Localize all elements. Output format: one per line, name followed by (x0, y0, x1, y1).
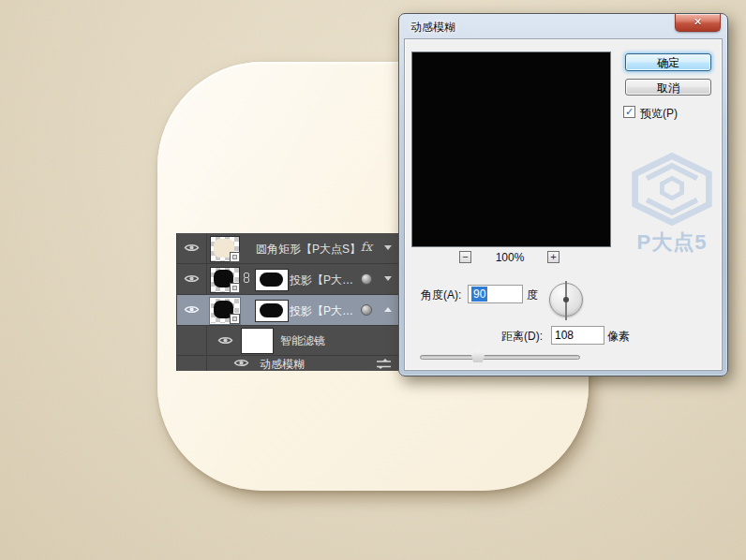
filter-blending-options-icon[interactable] (377, 359, 391, 369)
chevron-down-icon[interactable] (384, 245, 392, 250)
preview-checkbox[interactable]: ✓ (623, 106, 635, 118)
layer-row-rounded-rect[interactable]: 圆角矩形【P大点S】 fx (177, 233, 398, 264)
close-button[interactable]: ✕ (675, 14, 721, 32)
angle-input[interactable]: 90 (468, 285, 523, 303)
slider-thumb[interactable] (471, 350, 485, 362)
layer-row-shadow-1[interactable]: 投影【P大… (177, 264, 398, 295)
visibility-eye-icon[interactable] (184, 243, 200, 253)
mask-shape-preview (260, 303, 283, 317)
visibility-eye-icon[interactable] (217, 335, 233, 346)
distance-slider[interactable] (420, 350, 580, 363)
filter-preview-image[interactable] (411, 52, 611, 247)
layer-row-shadow-2-selected[interactable]: 投影【P大… (177, 295, 398, 326)
distance-input[interactable]: 108 (551, 326, 604, 345)
layer-name[interactable]: 圆角矩形【P大点S】 (256, 242, 361, 258)
angle-unit-label: 度 (527, 287, 538, 303)
cancel-button[interactable]: 取消 (625, 79, 711, 96)
motion-blur-filter-row[interactable]: 动感模糊 (177, 356, 398, 371)
mask-link-icon[interactable] (244, 273, 251, 286)
smart-filter-sphere-icon[interactable] (361, 304, 372, 316)
zoom-level-value: 100% (482, 251, 538, 264)
zoom-out-button[interactable]: − (459, 251, 471, 263)
layer-mask-thumbnail[interactable] (255, 300, 289, 322)
layer-name[interactable]: 投影【P大… (290, 303, 353, 319)
layer-mask-thumbnail[interactable] (255, 269, 289, 291)
layer-name[interactable]: 投影【P大… (290, 273, 353, 288)
smart-filters-label[interactable]: 智能滤镜 (280, 333, 325, 349)
smart-object-badge-icon (230, 314, 240, 324)
dialog-title: 动感模糊 (410, 20, 455, 36)
zoom-in-button[interactable]: + (547, 251, 560, 263)
dialog-body: − 100% + 角度(A): 90 度 距离(D): 108 像素 确定 取消… (404, 38, 723, 371)
motion-blur-dialog: 动感模糊 ✕ − 100% + 角度(A): 90 度 距离(D): 108 像… (398, 13, 728, 376)
distance-unit-label: 像素 (607, 329, 630, 345)
layer-thumbnail[interactable] (210, 236, 240, 262)
angle-label: 角度(A): (421, 287, 461, 303)
smart-filters-row[interactable]: 智能滤镜 (177, 326, 398, 356)
visibility-eye-icon[interactable] (184, 304, 200, 315)
smart-object-badge-icon (230, 283, 240, 293)
angle-dial-control[interactable] (549, 283, 583, 317)
watermark-text: P大点5 (623, 228, 721, 257)
preview-checkbox-label: 预览(P) (640, 106, 678, 122)
ok-button[interactable]: 确定 (625, 53, 711, 71)
angle-dial-center-dot (563, 297, 569, 302)
layer-thumbnail-selected[interactable] (210, 298, 240, 324)
chevron-down-icon[interactable] (384, 276, 392, 281)
mask-shape-preview (260, 273, 283, 287)
layer-effects-fx-icon[interactable]: fx (361, 240, 372, 254)
layers-panel: 圆角矩形【P大点S】 fx 投影【P大… 投影【P大… (176, 233, 398, 371)
pddian5-watermark-logo-icon (627, 153, 717, 226)
vector-mask-badge-icon (230, 252, 240, 262)
filter-mask-thumbnail[interactable] (241, 328, 274, 354)
chevron-up-icon[interactable] (384, 307, 392, 312)
slider-track[interactable] (420, 355, 580, 360)
visibility-eye-icon[interactable] (184, 273, 200, 284)
angle-value-selected-text: 90 (471, 287, 487, 302)
visibility-eye-icon[interactable] (233, 358, 249, 368)
smart-filter-sphere-icon[interactable] (361, 273, 372, 285)
filter-name[interactable]: 动感模糊 (260, 357, 305, 373)
layer-thumbnail[interactable] (210, 267, 240, 293)
distance-label: 距离(D): (501, 329, 543, 345)
